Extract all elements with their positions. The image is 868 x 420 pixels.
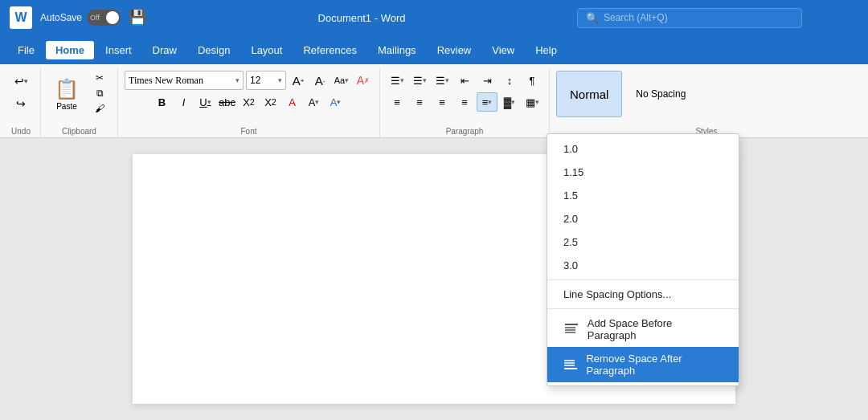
line-spacing-options[interactable]: Line Spacing Options... xyxy=(547,283,739,306)
bullets-button[interactable]: ☰▾ xyxy=(387,71,407,90)
svg-rect-0 xyxy=(565,324,578,325)
paste-button[interactable]: 📋 Paste xyxy=(47,71,86,117)
autosave-toggle[interactable]: Off xyxy=(87,10,121,26)
remove-space-after-icon xyxy=(563,358,578,371)
decrease-indent-button[interactable]: ⇤ xyxy=(454,71,475,90)
document-title: Document1 - Word xyxy=(154,12,569,24)
spacing-1-15[interactable]: 1.15 xyxy=(547,161,739,184)
shading-button[interactable]: ▓▾ xyxy=(499,92,520,112)
styles-group: Normal No Spacing Styles xyxy=(553,67,863,137)
add-space-before-icon xyxy=(563,323,579,336)
font-name-selector[interactable]: Times New Roman ▾ xyxy=(125,71,244,90)
spacing-3-0[interactable]: 3.0 xyxy=(547,254,739,277)
menu-bar: File Home Insert Draw Design Layout Refe… xyxy=(0,35,868,64)
menu-review[interactable]: Review xyxy=(428,41,481,59)
line-spacing-button[interactable]: ≡▾ xyxy=(477,92,497,112)
font-row2: B I U▾ abc X2 X2 A A▾ A▾ xyxy=(153,92,346,112)
subscript-button[interactable]: X2 xyxy=(240,92,259,112)
undo-group-label: Undo xyxy=(8,125,34,136)
spacing-2-0-label: 2.0 xyxy=(563,213,578,225)
add-space-before[interactable]: Add Space Before Paragraph xyxy=(547,312,739,347)
cut-button[interactable]: ✂ xyxy=(88,71,111,85)
spacing-1-0[interactable]: 1.0 xyxy=(547,137,739,161)
redo-button[interactable]: ↪ xyxy=(8,93,34,114)
search-icon: 🔍 xyxy=(586,12,599,24)
spacing-2-5-label: 2.5 xyxy=(563,236,578,248)
highlight-color-button[interactable]: A▾ xyxy=(305,92,324,112)
add-space-before-label: Add Space Before Paragraph xyxy=(588,317,723,341)
para-row2: ≡ ≡ ≡ ≡ ≡▾ ▓▾ ▦▾ xyxy=(387,92,542,112)
font-group: Times New Roman ▾ 12 ▾ A+ A- Aa▾ A✗ B I … xyxy=(121,67,380,137)
svg-rect-7 xyxy=(564,368,577,369)
increase-indent-button[interactable]: ⇥ xyxy=(477,71,497,90)
remove-space-after-label: Remove Space After Paragraph xyxy=(586,353,723,377)
borders-button[interactable]: ▦▾ xyxy=(522,92,542,112)
font-name-display: Times New Roman xyxy=(129,75,203,87)
search-box[interactable]: 🔍 xyxy=(577,8,802,28)
style-normal-label: Normal xyxy=(570,88,608,101)
clipboard-group-label: Clipboard xyxy=(47,125,111,136)
superscript-button[interactable]: X2 xyxy=(261,92,280,112)
line-spacing-dropdown: 1.0 1.15 1.5 2.0 2.5 3.0 Line Spacing Op… xyxy=(547,133,739,386)
dropdown-divider-1 xyxy=(547,279,739,280)
change-case-button[interactable]: Aa▾ xyxy=(332,71,351,90)
align-right-button[interactable]: ≡ xyxy=(432,92,452,112)
underline-button[interactable]: U▾ xyxy=(196,92,215,112)
undo-button[interactable]: ↩▾ xyxy=(8,71,34,92)
size-dropdown-arrow: ▾ xyxy=(278,76,282,84)
ribbon: ↩▾ ↪ Undo 📋 Paste ✂ ⧉ 🖌 Cl xyxy=(0,64,868,138)
font-grow-button[interactable]: A+ xyxy=(289,71,308,90)
bold-button[interactable]: B xyxy=(153,92,172,112)
menu-view[interactable]: View xyxy=(482,41,524,59)
strikethrough-button[interactable]: abc xyxy=(218,92,237,112)
font-size-display: 12 xyxy=(250,75,260,86)
italic-button[interactable]: I xyxy=(174,92,194,112)
justify-button[interactable]: ≡ xyxy=(454,92,475,112)
toggle-state-label: Off xyxy=(90,14,100,22)
font-shrink-button[interactable]: A- xyxy=(310,71,330,90)
clipboard-group: 📋 Paste ✂ ⧉ 🖌 Clipboard xyxy=(44,67,118,137)
numbering-button[interactable]: ☰▾ xyxy=(409,71,430,90)
remove-space-after[interactable]: Remove Space After Paragraph xyxy=(547,347,739,382)
app-window: W AutoSave Off 💾 Document1 - Word 🔍 File… xyxy=(0,0,868,420)
text-effects-button[interactable]: A▾ xyxy=(326,92,346,112)
style-normal-card[interactable]: Normal xyxy=(556,71,622,117)
clipboard-right: ✂ ⧉ 🖌 xyxy=(88,71,111,116)
search-input[interactable] xyxy=(604,12,780,23)
spacing-3-0-label: 3.0 xyxy=(563,259,578,271)
font-color-button[interactable]: A xyxy=(283,92,302,112)
font-dropdown-arrow: ▾ xyxy=(235,76,240,84)
align-left-button[interactable]: ≡ xyxy=(387,92,407,112)
menu-design[interactable]: Design xyxy=(188,41,240,59)
menu-file[interactable]: File xyxy=(8,41,44,59)
format-painter-button[interactable]: 🖌 xyxy=(88,101,111,116)
menu-references[interactable]: References xyxy=(293,41,366,59)
menu-draw[interactable]: Draw xyxy=(143,41,186,59)
spacing-2-5[interactable]: 2.5 xyxy=(547,230,739,254)
style-no-spacing-card[interactable]: No Spacing xyxy=(622,71,699,117)
sort-button[interactable]: ↕ xyxy=(499,71,520,90)
menu-help[interactable]: Help xyxy=(526,41,567,59)
font-size-selector[interactable]: 12 ▾ xyxy=(246,71,286,90)
style-no-spacing-label: No Spacing xyxy=(636,88,686,100)
show-hide-button[interactable]: ¶ xyxy=(522,71,542,90)
font-group-label: Font xyxy=(125,125,373,136)
autosave-label: AutoSave xyxy=(40,12,82,23)
word-icon: W xyxy=(10,6,32,29)
save-button[interactable]: 💾 xyxy=(129,9,146,27)
multilevel-button[interactable]: ☰▾ xyxy=(432,71,452,90)
spacing-1-15-label: 1.15 xyxy=(563,166,583,178)
undo-group: ↩▾ ↪ Undo xyxy=(5,67,41,137)
align-center-button[interactable]: ≡ xyxy=(409,92,430,112)
menu-mailings[interactable]: Mailings xyxy=(368,41,426,59)
spacing-1-5[interactable]: 1.5 xyxy=(547,184,739,207)
para-row1: ☰▾ ☰▾ ☰▾ ⇤ ⇥ ↕ ¶ xyxy=(387,71,542,90)
menu-home[interactable]: Home xyxy=(46,41,94,59)
paragraph-group: ☰▾ ☰▾ ☰▾ ⇤ ⇥ ↕ ¶ ≡ ≡ ≡ ≡ ≡▾ ▓▾ ▦▾ xyxy=(383,67,550,137)
dropdown-divider-2 xyxy=(547,308,739,309)
copy-button[interactable]: ⧉ xyxy=(88,86,111,100)
menu-layout[interactable]: Layout xyxy=(241,41,292,59)
spacing-2-0[interactable]: 2.0 xyxy=(547,207,739,230)
menu-insert[interactable]: Insert xyxy=(96,41,141,59)
clear-formatting-button[interactable]: A✗ xyxy=(354,71,373,90)
